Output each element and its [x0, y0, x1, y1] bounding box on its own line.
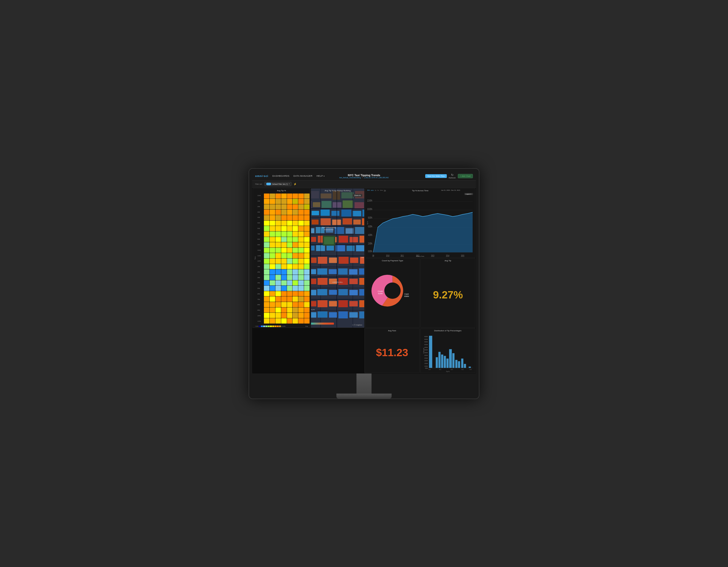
heatmap-cell-r2-c7 [304, 204, 310, 209]
auto-control[interactable]: auto [371, 189, 374, 191]
svg-rect-134 [318, 311, 328, 318]
svg-rect-141 [324, 237, 334, 244]
svg-rect-64 [347, 245, 355, 251]
filter-select[interactable]: Default Filter Set (7) ▾ [264, 182, 292, 186]
legend-color-cell [261, 326, 263, 327]
heatmap-cell-r12-c4 [287, 258, 293, 264]
heatmap-cell-r4-c1 [270, 215, 275, 220]
heatmap-cell-r12-c7 [304, 258, 310, 264]
svg-text:2010: 2010 [386, 254, 389, 257]
heatmap-cell-r15-c5 [293, 275, 298, 280]
svg-rect-95 [311, 269, 316, 274]
heatmap-cell-r1-c6 [298, 199, 304, 204]
walk-thru-button[interactable]: Start the Walk-Thru [425, 174, 447, 178]
heatmap-min: 7.24% [255, 326, 258, 327]
map-zoom-button[interactable]: Zoom to [353, 194, 362, 197]
y-label-12am: 12AM [257, 195, 263, 196]
timeseries-date-range: Jan 01, 2009 - Dec 31, 2015 [441, 189, 460, 191]
heatmap-cell-r3-c4 [287, 209, 293, 215]
svg-rect-88 [329, 257, 337, 263]
y-label-8pm: 8PM [257, 304, 263, 306]
heatmap-cell-r14-c4 [287, 269, 293, 274]
y-label-8am: 8AM [257, 238, 263, 240]
svg-rect-137 [349, 312, 358, 318]
heatmap-cell-r16-c3 [281, 280, 287, 286]
heatmap-cell-r15-c4 [287, 275, 293, 280]
legend-color-cell [277, 326, 279, 327]
1w-control[interactable]: 1w [384, 189, 386, 191]
legend-color-cell [259, 326, 261, 327]
heatmap-grid [263, 193, 310, 324]
avg-tip-metric: 9.27% [421, 263, 475, 327]
svg-rect-124 [311, 301, 316, 307]
heatmap-cell-r14-c6 [298, 269, 304, 274]
heatmap-cell-r8-c7 [304, 237, 310, 242]
svg-text:10.00%: 10.00% [367, 207, 373, 210]
svg-text:100M: 100M [424, 365, 428, 367]
svg-rect-197 [461, 359, 463, 368]
heatmap-cell-r23-c5 [293, 318, 298, 324]
svg-rect-43 [335, 227, 344, 234]
svg-rect-194 [452, 353, 455, 368]
heatmap-cell-r10-c5 [293, 248, 298, 253]
heatmap-cell-r4-c2 [275, 215, 281, 220]
svg-rect-133 [311, 312, 316, 318]
bin-control[interactable]: BIN [367, 189, 370, 191]
filter-icon[interactable]: ⚡ [294, 183, 297, 185]
heatmap-cell-r2-c4 [287, 204, 293, 209]
heatmap-cell-r21-c0 [264, 308, 269, 313]
svg-rect-35 [353, 219, 361, 224]
heatmap-cell-r0-c0 [264, 193, 269, 199]
heatmap-cell-r4-c0 [264, 215, 269, 220]
svg-text:2.00%: 2.00% [368, 242, 372, 245]
heatmap-cell-r6-c3 [281, 226, 287, 231]
1y-control[interactable]: 1y [375, 189, 376, 191]
heatmap-cell-r11-c4 [287, 253, 293, 258]
svg-text:0.00%: 0.00% [368, 250, 372, 253]
heatmap-cell-r23-c3 [281, 318, 287, 324]
svg-text:4.00%: 4.00% [368, 233, 372, 236]
1mo-control[interactable]: 1mo [380, 189, 383, 191]
heatmap-cell-r1-c7 [304, 199, 310, 204]
svg-rect-110 [359, 278, 364, 285]
y-label-5am: 5AM [257, 222, 263, 224]
heatmap-cell-r6-c2 [275, 226, 281, 231]
heatmap-cell-r14-c1 [270, 269, 275, 274]
1s-control[interactable]: 1s [377, 189, 379, 191]
heatmap-cell-r20-c6 [298, 302, 304, 307]
svg-rect-135 [329, 312, 337, 318]
heatmap-cell-r14-c5 [293, 269, 298, 274]
svg-rect-16 [343, 200, 353, 208]
heatmap-cell-r9-c4 [287, 242, 293, 247]
heatmap-cell-r17-c3 [281, 286, 287, 291]
nav-dashboards[interactable]: DASHBOARDS [272, 175, 289, 177]
avg-tip-value: 9.27% [433, 289, 463, 301]
heatmap-cell-r1-c5 [293, 199, 298, 204]
legend-color-cell [274, 326, 276, 327]
legend-button[interactable]: Legend > [464, 193, 473, 195]
add-chart-button[interactable]: + Add Chart [458, 174, 473, 178]
y-label-1pm: 1PM [257, 266, 263, 267]
nav-items: DASHBOARDS DATA MANAGER HELP [272, 175, 325, 177]
y-label-2am: 2AM [257, 206, 263, 207]
svg-rect-70 [311, 226, 364, 226]
svg-rect-62 [326, 245, 334, 250]
heatmap-cell-r0-c2 [275, 193, 281, 199]
heatmap-cell-r22-c6 [298, 313, 304, 318]
heatmap-cell-r23-c0 [264, 318, 269, 324]
svg-rect-191 [444, 356, 446, 368]
nav-data-manager[interactable]: DATA MANAGER [294, 175, 313, 177]
heatmap-cell-r10-c6 [298, 248, 304, 253]
subtitle-table: taxi_factual_closestbuilding [339, 177, 361, 178]
svg-rect-105 [311, 278, 316, 284]
heatmap-cell-r15-c0 [264, 275, 269, 280]
svg-text:12.00%: 12.00% [367, 199, 373, 202]
heatmap-cell-r6-c0 [264, 226, 269, 231]
refresh-button[interactable]: ↻ Refresh [449, 173, 456, 179]
svg-rect-72 [311, 244, 364, 245]
avg-tip-title: Avg Tip [421, 258, 475, 262]
svg-rect-126 [329, 301, 337, 307]
svg-rect-127 [338, 300, 348, 307]
nav-help[interactable]: HELP [317, 175, 325, 177]
filter-toggle[interactable] [266, 183, 271, 185]
